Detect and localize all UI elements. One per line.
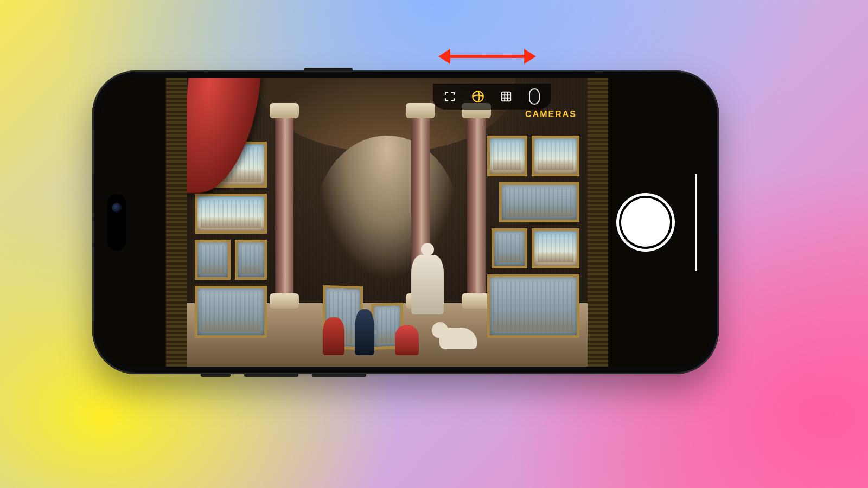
zoom-slider-indicator[interactable] [695, 174, 697, 271]
svg-rect-1 [501, 92, 510, 101]
cameras-label[interactable]: CAMERAS [525, 110, 577, 119]
screen: CAMERAS [100, 78, 711, 367]
photographic-styles-icon[interactable] [471, 89, 485, 104]
rotation-lock-icon[interactable] [527, 89, 541, 104]
shutter-button[interactable] [621, 198, 670, 247]
camera-viewfinder[interactable] [187, 78, 588, 367]
viewfinder-subject-painting [187, 78, 588, 367]
swipe-annotation-arrow [438, 48, 536, 65]
grid-icon[interactable] [499, 89, 513, 104]
iphone-frame: CAMERAS [92, 70, 719, 374]
dynamic-island [108, 195, 125, 249]
svg-point-0 [473, 91, 483, 102]
camera-top-controls [433, 84, 551, 110]
focus-frame-icon[interactable] [443, 89, 457, 104]
gradient-wallpaper: CAMERAS [0, 0, 868, 488]
